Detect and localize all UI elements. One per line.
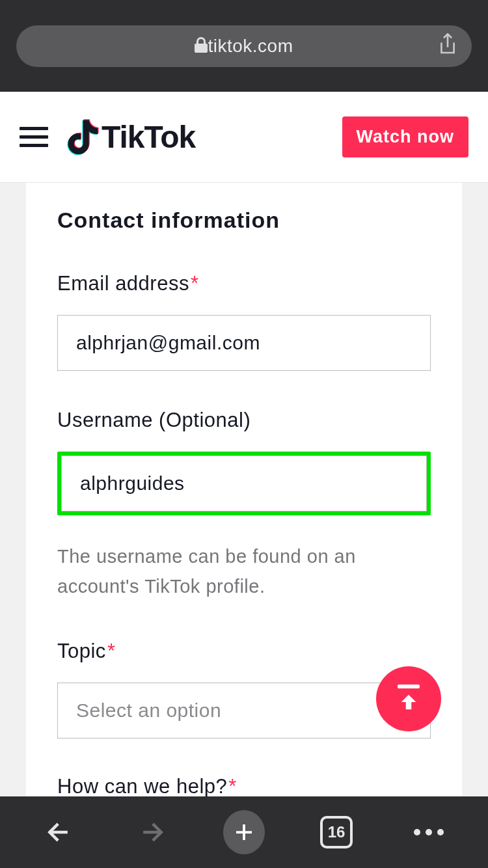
browser-bottom-bar: 16 xyxy=(0,796,488,868)
tabs-button[interactable]: 16 xyxy=(316,811,357,853)
new-tab-button[interactable] xyxy=(223,811,265,853)
brand-text: TikTok xyxy=(102,119,195,155)
music-note-icon xyxy=(62,118,99,157)
share-icon[interactable] xyxy=(438,33,457,59)
username-helper-text: The username can be found on an account'… xyxy=(57,541,431,602)
menu-icon[interactable] xyxy=(20,127,48,147)
username-field-group: Username (Optional) xyxy=(57,409,431,515)
url-text: tiktok.com xyxy=(208,36,293,57)
required-asterisk: * xyxy=(107,640,116,662)
back-button[interactable] xyxy=(38,811,80,853)
username-highlight xyxy=(57,452,431,515)
more-icon xyxy=(414,829,444,835)
username-label: Username (Optional) xyxy=(57,409,431,432)
required-asterisk: * xyxy=(191,272,199,295)
help-label: How can we help?* xyxy=(57,775,431,796)
topic-label: Topic* xyxy=(57,640,431,663)
topic-select[interactable]: Select an option xyxy=(57,683,431,739)
section-title: Contact information xyxy=(57,208,431,233)
url-bar[interactable]: tiktok.com xyxy=(16,25,472,67)
scroll-to-top-button[interactable] xyxy=(376,666,441,731)
required-asterisk: * xyxy=(228,775,237,796)
page-background: Contact information Email address* Usern… xyxy=(0,183,488,796)
tab-count-badge: 16 xyxy=(320,816,353,848)
fab-line xyxy=(398,685,420,688)
email-label: Email address* xyxy=(57,272,431,295)
arrow-up-icon xyxy=(398,691,420,713)
plus-icon xyxy=(223,810,265,854)
email-field-group: Email address* xyxy=(57,272,431,371)
watch-now-button[interactable]: Watch now xyxy=(342,116,469,157)
forward-button[interactable] xyxy=(131,811,172,853)
lock-icon xyxy=(195,37,208,55)
topic-placeholder: Select an option xyxy=(76,699,221,722)
email-input[interactable] xyxy=(57,315,431,371)
username-input[interactable] xyxy=(61,455,427,511)
browser-top-bar: tiktok.com xyxy=(0,0,488,92)
form-card: Contact information Email address* Usern… xyxy=(26,183,462,796)
topic-field-group: Topic* Select an option xyxy=(57,640,431,739)
more-button[interactable] xyxy=(408,811,450,853)
app-header: TikTok Watch now xyxy=(0,92,488,183)
tiktok-logo[interactable]: TikTok xyxy=(62,118,195,157)
